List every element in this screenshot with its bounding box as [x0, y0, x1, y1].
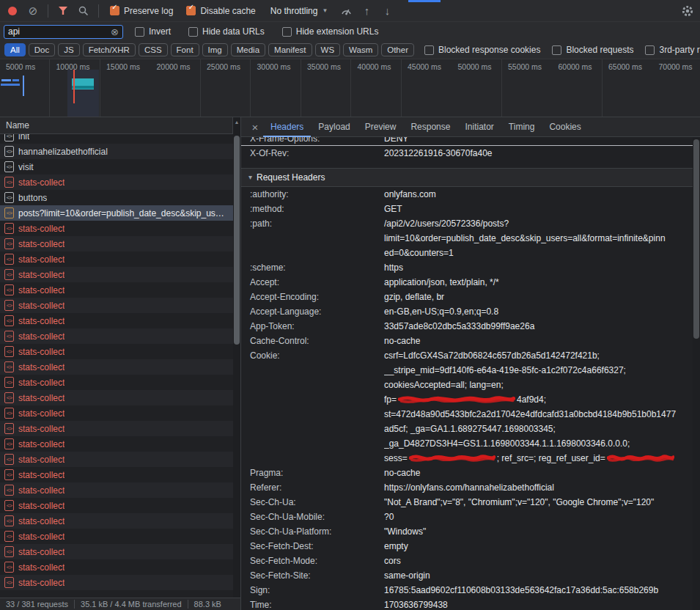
import-har-button[interactable]: ↓: [377, 2, 397, 20]
checkbox-blocked-requests[interactable]: Blocked requests: [552, 45, 633, 55]
request-row[interactable]: <>stats-collect: [0, 282, 233, 298]
header-value: ?0: [384, 510, 693, 524]
tab-initiator[interactable]: Initiator: [457, 117, 501, 137]
request-row[interactable]: <>posts?limit=10&order=publish_date_desc…: [0, 205, 233, 221]
script-icon: <>: [4, 300, 14, 311]
request-row[interactable]: <>stats-collect: [0, 482, 233, 498]
tab-cookies[interactable]: Cookies: [542, 117, 588, 137]
filter-chip-css[interactable]: CSS: [139, 43, 168, 56]
clear-filter-icon[interactable]: ⊗: [111, 26, 119, 37]
resource-type-filters: AllDocJSFetch/XHRCSSFontImgMediaManifest…: [4, 43, 414, 56]
request-row[interactable]: <>stats-collect: [0, 313, 233, 328]
request-row[interactable]: <>buttons: [0, 190, 233, 205]
close-details-button[interactable]: ×: [247, 121, 263, 133]
request-row[interactable]: <>stats-collect: [0, 298, 233, 313]
request-row[interactable]: <>stats-collect: [0, 328, 233, 344]
header-value: 33d57ade8c02dbc5a333db99ff9ae26a: [384, 319, 693, 334]
request-row[interactable]: <>stats-collect: [0, 544, 233, 559]
request-row[interactable]: <>stats-collect: [0, 498, 233, 513]
header-value-line: csrf=LdfcGX4Sa72db06824c657db26a5d142472…: [384, 348, 693, 363]
request-row[interactable]: <>stats-collect: [0, 405, 233, 421]
request-list-scrollbar[interactable]: ▲: [233, 117, 240, 598]
gear-icon: [682, 5, 693, 17]
filter-chip-wasm[interactable]: Wasm: [343, 43, 378, 56]
request-row[interactable]: <>stats-collect: [0, 344, 233, 359]
header-value-line: 33d57ade8c02dbc5a333db99ff9ae26a: [384, 319, 693, 334]
request-name: stats-collect: [18, 270, 65, 280]
request-name: stats-collect: [18, 177, 65, 188]
invert-checkbox[interactable]: Invert: [135, 26, 171, 37]
request-row[interactable]: <>stats-collect: [0, 174, 233, 190]
preserve-log-checkbox[interactable]: ✓ Preserve log: [110, 6, 173, 16]
script-icon: <>: [4, 577, 14, 588]
scrollbar-thumb[interactable]: [693, 139, 699, 339]
scrollbar-thumb[interactable]: [234, 136, 240, 345]
request-row[interactable]: <>stats-collect: [0, 421, 233, 436]
clear-button[interactable]: ⊘: [23, 2, 43, 20]
filter-chip-font[interactable]: Font: [171, 43, 199, 56]
filter-chip-media[interactable]: Media: [231, 43, 265, 56]
request-row[interactable]: <>stats-collect: [0, 513, 233, 529]
filter-chip-fetch-xhr[interactable]: Fetch/XHR: [83, 43, 136, 56]
filter-toggle-button[interactable]: [54, 2, 73, 20]
header-value: 1703636799438: [384, 598, 693, 610]
timeline-selection: [67, 70, 99, 117]
throttling-dropdown[interactable]: No throttling ▼: [270, 6, 328, 16]
request-headers-section-header[interactable]: ▾ Request Headers: [241, 168, 693, 187]
record-icon: [8, 7, 17, 15]
network-conditions-button[interactable]: [336, 2, 355, 20]
request-row[interactable]: <>init: [0, 134, 233, 144]
export-har-button[interactable]: ↑: [357, 2, 376, 20]
filter-chip-img[interactable]: Img: [202, 43, 228, 56]
header-value: /api2/v2/users/20572336/posts?limit=10&o…: [384, 216, 693, 260]
timeline-tick: 65000 ms: [608, 62, 642, 71]
redaction-scribble: [409, 453, 495, 463]
filter-input[interactable]: api ⊗: [4, 25, 123, 39]
filter-chip-other[interactable]: Other: [381, 43, 414, 56]
timeline-overview[interactable]: 5000 ms10000 ms15000 ms20000 ms25000 ms3…: [0, 59, 700, 117]
column-header-name[interactable]: Name: [0, 117, 233, 134]
request-name: stats-collect: [18, 408, 65, 419]
request-row[interactable]: <>stats-collect: [0, 375, 233, 390]
filter-chip-js[interactable]: JS: [58, 43, 79, 56]
request-row[interactable]: <>stats-collect: [0, 267, 233, 282]
request-row[interactable]: <>stats-collect: [0, 575, 233, 590]
request-row[interactable]: <>stats-collect: [0, 452, 233, 467]
details-scrollbar[interactable]: [693, 137, 700, 610]
record-button[interactable]: [3, 2, 22, 20]
tab-headers[interactable]: Headers: [263, 117, 311, 137]
filter-chip-doc[interactable]: Doc: [29, 43, 55, 56]
script-icon: <>: [4, 438, 14, 449]
request-row[interactable]: <>stats-collect: [0, 529, 233, 544]
request-row[interactable]: <>stats-collect: [0, 467, 233, 482]
hide-extension-urls-checkbox[interactable]: Hide extension URLs: [282, 26, 379, 37]
request-name: stats-collect: [18, 516, 65, 526]
checkbox-3rd-party-requests[interactable]: 3rd-party requests: [645, 45, 700, 55]
request-name: stats-collect: [18, 331, 65, 342]
settings-button[interactable]: [678, 2, 697, 20]
request-row[interactable]: <>stats-collect: [0, 221, 233, 236]
tab-preview[interactable]: Preview: [358, 117, 404, 137]
filter-chip-manifest[interactable]: Manifest: [268, 43, 312, 56]
request-row[interactable]: <>stats-collect: [0, 436, 233, 452]
timeline-tick: 30000 ms: [257, 62, 291, 71]
filter-chip-all[interactable]: All: [4, 43, 26, 56]
header-value-line: ed=0&counters=1: [384, 246, 693, 260]
request-row[interactable]: <>stats-collect: [0, 236, 233, 251]
request-row[interactable]: <>stats-collect: [0, 251, 233, 267]
tab-response[interactable]: Response: [403, 117, 457, 137]
request-row[interactable]: <>stats-collect: [0, 559, 233, 575]
checkbox-blocked-response-cookies[interactable]: Blocked response cookies: [424, 45, 540, 55]
request-row[interactable]: <>visit: [0, 159, 233, 174]
request-row[interactable]: <>hannahelizabethofficial: [0, 144, 233, 159]
tab-payload[interactable]: Payload: [311, 117, 357, 137]
request-row[interactable]: <>stats-collect: [0, 359, 233, 375]
tab-timing[interactable]: Timing: [501, 117, 542, 137]
checkbox-icon: [282, 27, 292, 37]
request-row[interactable]: <>stats-collect: [0, 390, 233, 405]
disable-cache-checkbox[interactable]: ✓ Disable cache: [186, 6, 255, 16]
scroll-up-icon[interactable]: ▲: [233, 120, 240, 125]
filter-chip-ws[interactable]: WS: [315, 43, 341, 56]
hide-data-urls-checkbox[interactable]: Hide data URLs: [188, 26, 265, 37]
search-button[interactable]: [74, 2, 93, 20]
